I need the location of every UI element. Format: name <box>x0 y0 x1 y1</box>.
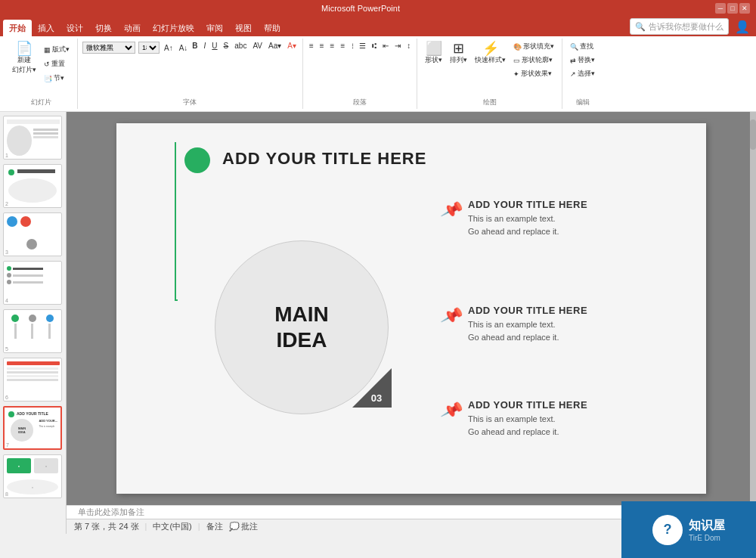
content-section-3: 📌 ADD YOUR TITLE HERE This is an example… <box>442 399 587 438</box>
section-icon: 📑 <box>44 75 52 82</box>
layout-btn[interactable]: ▦ 版式▾ <box>41 43 73 56</box>
bullet-list-btn[interactable]: ☰ <box>358 42 367 50</box>
canvas-area: ADD YOUR TITLE HERE MAIN IDEA 03 <box>67 112 756 505</box>
indent-less-btn[interactable]: ⇤ <box>381 42 390 50</box>
align-toolbar: ≡ ≡ ≡ ≡ ⫶ <box>308 40 356 51</box>
ribbon-body: 📄 新建 幻灯片▾ ▦ 版式▾ ↺ 重置 📑 节▾ <box>0 36 756 112</box>
quick-style-icon: ⚡ <box>482 42 499 55</box>
close-btn[interactable]: ✕ <box>739 3 750 14</box>
window-controls[interactable]: ─ □ ✕ <box>715 3 750 14</box>
slide-thumb-2[interactable]: 2 <box>3 164 62 208</box>
align-center-btn[interactable]: ≡ <box>318 42 326 50</box>
content-section-1: 📌 ADD YOUR TITLE HERE This is an example… <box>442 199 587 237</box>
indent-more-btn[interactable]: ⇥ <box>393 42 402 50</box>
vertical-scrollbar[interactable] <box>750 112 756 534</box>
font-color-btn[interactable]: A▾ <box>286 42 298 50</box>
reset-icon: ↺ <box>44 60 50 68</box>
comment-btn[interactable]: 💭 批注 <box>229 521 258 532</box>
underline-btn[interactable]: U <box>210 42 218 50</box>
slide-thumb-6[interactable]: 6 <box>3 358 62 401</box>
number-list-btn[interactable]: ⑆ <box>370 42 378 50</box>
column-btn[interactable]: ⫶ <box>349 42 356 50</box>
search-box[interactable]: 🔍 告诉我你想要做什么 <box>630 18 729 35</box>
select-icon: ↗ <box>570 70 576 78</box>
font-grow-btn[interactable]: A↑ <box>163 44 175 52</box>
maximize-btn[interactable]: □ <box>727 3 738 14</box>
minimize-btn[interactable]: ─ <box>715 3 726 14</box>
slide-thumb-1[interactable]: 1 <box>3 116 62 160</box>
justify-btn[interactable]: ≡ <box>339 42 346 50</box>
shape-effect-icon: ✦ <box>513 70 519 78</box>
ribbon-tabs: 开始 插入 设计 切换 动画 幻灯片放映 审阅 视图 帮助 🔍 告诉我你想要做什… <box>0 17 756 36</box>
green-dot <box>184 147 210 173</box>
bold-btn[interactable]: B <box>191 42 199 50</box>
section-1-content: ADD YOUR TITLE HERE This is an example t… <box>468 199 587 237</box>
font-name-select[interactable]: 微软雅黑 <box>82 42 135 54</box>
font-shrink-btn[interactable]: A↓ <box>178 44 190 52</box>
pin-icon-1: 📌 <box>439 198 464 222</box>
ribbon: 开始 插入 设计 切换 动画 幻灯片放映 审阅 视图 帮助 🔍 告诉我你想要做什… <box>0 17 756 112</box>
section-btn[interactable]: 📑 节▾ <box>41 72 73 85</box>
canvas-container: ADD YOUR TITLE HERE MAIN IDEA 03 <box>67 112 756 534</box>
section-2-body-1: This is an example text. <box>468 318 587 331</box>
content-section-2: 📌 ADD YOUR TITLE HERE This is an example… <box>442 305 587 343</box>
section-3-body-1: This is an example text. <box>468 413 587 426</box>
spacing-btn[interactable]: AV <box>251 42 264 50</box>
arrange-btn[interactable]: ⊞ 排列▾ <box>447 40 470 67</box>
search-icon: 🔍 <box>635 22 646 32</box>
tab-help[interactable]: 帮助 <box>258 20 287 36</box>
section-2-title: ADD YOUR TITLE HERE <box>468 305 587 316</box>
tab-review[interactable]: 审阅 <box>200 20 229 36</box>
align-left-btn[interactable]: ≡ <box>308 42 315 50</box>
slide-title[interactable]: ADD YOUR TITLE HERE <box>222 149 426 169</box>
scrollbar-thumb[interactable] <box>750 119 756 150</box>
shape-effect-btn[interactable]: ✦ 形状效果▾ <box>510 67 557 80</box>
new-slide-btn[interactable]: 📄 新建 幻灯片▾ <box>9 40 39 76</box>
slide-thumb-7[interactable]: ADD YOUR TITLE MAINIDEA ADD YOUR... This… <box>3 406 62 450</box>
ribbon-group-paragraph: ≡ ≡ ≡ ≡ ⫶ ☰ ⑆ ⇤ ⇥ ↕ 段落 <box>303 39 417 109</box>
line-spacing-btn[interactable]: ↕ <box>405 42 412 50</box>
case-btn[interactable]: Aa▾ <box>267 42 283 50</box>
ribbon-group-font: 微软雅黑 18 A↑ A↓ B I U S abc AV Aa▾ A▾ <box>78 39 303 109</box>
tab-animation[interactable]: 动画 <box>118 20 147 36</box>
search-placeholder: 告诉我你想要做什么 <box>649 21 723 33</box>
strikethrough-btn[interactable]: S <box>222 42 231 50</box>
tab-slideshow[interactable]: 幻灯片放映 <box>147 20 200 36</box>
slide-thumb-5[interactable]: 5 <box>3 309 62 353</box>
tab-home[interactable]: 开始 <box>3 20 32 36</box>
tab-design[interactable]: 设计 <box>60 20 89 36</box>
badge-03: 03 <box>352 368 392 408</box>
section-1-body-2: Go ahead and replace it. <box>468 225 587 238</box>
shape-fill-btn[interactable]: 🎨 形状填充▾ <box>510 40 557 53</box>
font-size-select[interactable]: 18 <box>138 42 160 54</box>
green-bracket <box>175 142 178 301</box>
divider-1: | <box>145 522 147 531</box>
find-btn[interactable]: 🔍 查找 <box>567 40 598 53</box>
replace-btn[interactable]: ⇄ 替换▾ <box>567 54 598 67</box>
align-right-btn[interactable]: ≡ <box>329 42 336 50</box>
layout-icon: ▦ <box>44 46 51 54</box>
user-icon[interactable]: 👤 <box>735 20 750 34</box>
notes-btn[interactable]: 备注 <box>206 521 223 532</box>
quick-style-btn[interactable]: ⚡ 快速样式▾ <box>472 40 509 67</box>
main-area: 1 2 3 <box>0 112 756 534</box>
tab-insert[interactable]: 插入 <box>32 20 60 36</box>
tab-transition[interactable]: 切换 <box>89 20 118 36</box>
shape-outline-btn[interactable]: ▭ 形状轮廓▾ <box>510 54 557 67</box>
replace-icon: ⇄ <box>570 57 576 64</box>
section-2-body-2: Go ahead and replace it. <box>468 331 587 344</box>
shapes-btn[interactable]: ⬜ 形状▾ <box>422 40 445 67</box>
italic-btn[interactable]: I <box>203 42 208 50</box>
slide-thumb-8[interactable]: ● ○ ○ 8 <box>3 454 62 498</box>
reset-btn[interactable]: ↺ 重置 <box>41 57 73 70</box>
divider-2: | <box>198 522 200 531</box>
slide-panel[interactable]: 1 2 3 <box>0 112 67 534</box>
section-1-body-1: This is an example text. <box>468 212 587 225</box>
shadow-btn[interactable]: abc <box>233 42 248 50</box>
select-btn[interactable]: ↗ 选择▾ <box>567 67 598 80</box>
slide-thumb-3[interactable]: 3 <box>3 212 62 256</box>
tab-view[interactable]: 视图 <box>229 20 258 36</box>
ribbon-group-drawing: ⬜ 形状▾ ⊞ 排列▾ ⚡ 快速样式▾ 🎨 形状填充▾ <box>417 39 562 109</box>
slide-canvas[interactable]: ADD YOUR TITLE HERE MAIN IDEA 03 <box>116 123 706 494</box>
slide-thumb-4[interactable]: 4 <box>3 261 62 305</box>
